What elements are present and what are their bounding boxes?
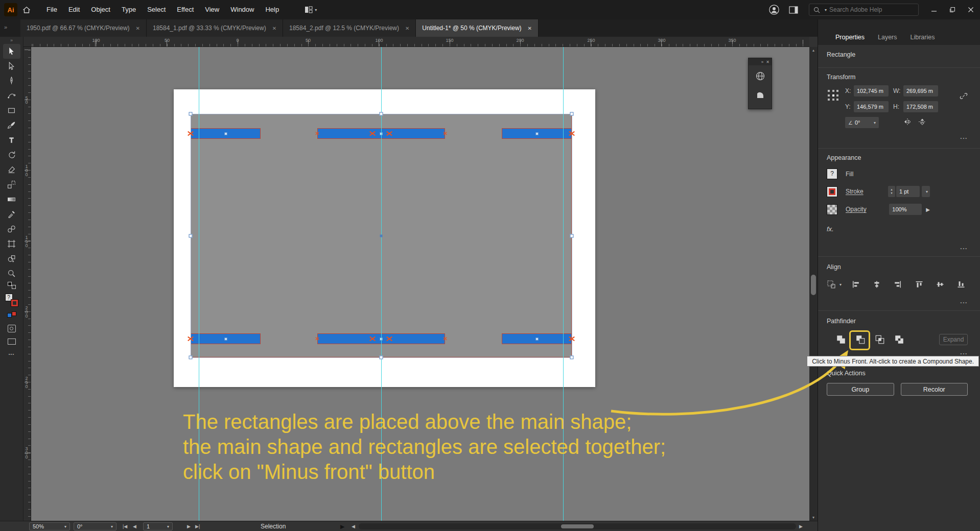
- selection-handle[interactable]: [570, 112, 574, 116]
- selection-center-point[interactable]: [380, 235, 383, 237]
- artwork-rectangle[interactable]: [502, 128, 572, 139]
- screen-mode-icon[interactable]: [8, 339, 16, 345]
- menu-item[interactable]: Object: [85, 0, 116, 19]
- last-artboard-icon[interactable]: ▶|: [195, 522, 200, 530]
- canvas[interactable]: » ✕ The rectangles are placed above the …: [31, 47, 809, 521]
- stroke-weight-dropdown[interactable]: ▾: [922, 186, 930, 197]
- artboard-number-field[interactable]: 1 ▾: [143, 522, 173, 530]
- tab-close-icon[interactable]: ✕: [528, 26, 532, 31]
- document-tab[interactable]: 1950.pdf @ 66.67 % (CMYK/Preview) ✕: [20, 19, 147, 37]
- menu-item[interactable]: File: [41, 0, 63, 19]
- panel-collapse-icon[interactable]: »: [761, 60, 763, 64]
- stepper-down-icon[interactable]: ▾: [891, 191, 892, 195]
- previous-artboard-icon[interactable]: ◀: [133, 522, 136, 530]
- stroke-weight-field[interactable]: 1 pt: [896, 186, 920, 197]
- stroke-swatch[interactable]: [827, 186, 837, 197]
- toolbar-grip[interactable]: »: [10, 37, 13, 44]
- user-account-icon[interactable]: [764, 0, 784, 19]
- menu-item[interactable]: Select: [142, 0, 171, 19]
- shape-builder-tool[interactable]: [3, 251, 20, 266]
- scale-tool[interactable]: [3, 177, 20, 192]
- tab-properties[interactable]: Properties: [835, 34, 865, 41]
- zoom-tool[interactable]: [3, 266, 20, 281]
- width-field[interactable]: 269,695 m: [903, 85, 938, 96]
- constrain-proportions-icon[interactable]: [960, 92, 968, 102]
- search-input[interactable]: [829, 6, 914, 13]
- align-center-horizontal-icon[interactable]: [870, 278, 883, 291]
- zoom-level-select[interactable]: 50% ▾: [29, 522, 70, 530]
- align-left-icon[interactable]: [849, 278, 862, 291]
- arrange-documents-icon[interactable]: ▾: [300, 0, 321, 19]
- opacity-options-icon[interactable]: ▶: [926, 207, 930, 212]
- rectangle-tool[interactable]: [3, 103, 20, 118]
- exclude-icon[interactable]: [892, 332, 906, 347]
- selection-handle[interactable]: [570, 356, 574, 359]
- opacity-field[interactable]: 100%: [889, 204, 922, 215]
- opacity-icon[interactable]: [827, 204, 837, 215]
- effects-button[interactable]: fx.: [827, 225, 968, 233]
- flip-horizontal-icon[interactable]: [903, 118, 912, 127]
- status-popup-icon[interactable]: ▶: [340, 522, 344, 530]
- paintbrush-tool[interactable]: [3, 118, 20, 133]
- eyedropper-tool[interactable]: [3, 207, 20, 222]
- color-none-swatches[interactable]: [7, 311, 16, 319]
- stepper-up-icon[interactable]: ▴: [891, 188, 892, 191]
- toolbar-collapse-icon[interactable]: »: [4, 24, 7, 30]
- more-options-icon[interactable]: •••: [961, 351, 968, 356]
- tab-close-icon[interactable]: ✕: [136, 26, 140, 31]
- x-field[interactable]: 102,745 m: [854, 85, 889, 96]
- first-artboard-icon[interactable]: |◀: [123, 522, 127, 530]
- default-fill-stroke-icon[interactable]: [8, 282, 16, 289]
- edit-toolbar-icon[interactable]: •••: [9, 352, 14, 356]
- selection-handle[interactable]: [189, 234, 193, 238]
- flip-vertical-icon[interactable]: [918, 118, 926, 127]
- rotation-angle-select[interactable]: ∠ 0° ▾: [845, 117, 879, 128]
- artwork-rectangle[interactable]: [502, 333, 572, 344]
- direct-selection-tool[interactable]: [3, 59, 20, 74]
- scroll-left-icon[interactable]: ◀: [352, 522, 355, 530]
- artwork-rectangle[interactable]: [191, 333, 261, 344]
- maximize-button[interactable]: [943, 0, 962, 19]
- tab-close-icon[interactable]: ✕: [405, 26, 409, 31]
- tab-layers[interactable]: Layers: [878, 34, 897, 41]
- fill-stroke-indicator[interactable]: ?: [5, 293, 19, 307]
- eraser-tool[interactable]: [3, 162, 20, 177]
- shape-icon[interactable]: [752, 87, 768, 103]
- artwork-rectangle[interactable]: [191, 128, 261, 139]
- selection-handle[interactable]: [189, 356, 193, 359]
- align-middle-vertical-icon[interactable]: [934, 278, 947, 291]
- globe-icon[interactable]: [752, 68, 768, 84]
- more-options-icon[interactable]: •••: [961, 246, 968, 251]
- menu-item[interactable]: View: [199, 0, 225, 19]
- vertical-scrollbar-thumb[interactable]: [811, 275, 816, 295]
- horizontal-scrollbar[interactable]: [359, 523, 796, 529]
- opacity-label[interactable]: Opacity: [846, 206, 867, 213]
- horizontal-scrollbar-thumb[interactable]: [561, 524, 594, 528]
- curvature-tool[interactable]: [3, 88, 20, 103]
- document-tab[interactable]: 18584_1.pdf @ 33.33 % (CMYK/Preview) ✕: [147, 19, 283, 37]
- vertical-ruler[interactable]: 50100150200250300: [24, 47, 31, 521]
- group-button[interactable]: Group: [827, 383, 894, 396]
- intersect-icon[interactable]: [873, 332, 887, 347]
- align-bottom-icon[interactable]: [954, 278, 968, 291]
- document-tab[interactable]: 18584_2.pdf @ 12.5 % (CMYK/Preview) ✕: [283, 19, 416, 37]
- reference-point-icon[interactable]: [827, 89, 840, 102]
- menu-item[interactable]: Type: [116, 0, 142, 19]
- align-to-selector[interactable]: ▾: [827, 280, 842, 289]
- height-field[interactable]: 172,508 m: [903, 101, 938, 112]
- recolor-button[interactable]: Recolor: [901, 383, 968, 396]
- scroll-down-icon[interactable]: ▾: [809, 515, 818, 520]
- selection-handle[interactable]: [189, 112, 193, 116]
- artboard-tool[interactable]: [3, 236, 20, 251]
- scroll-up-icon[interactable]: ▴: [809, 48, 818, 53]
- more-options-icon[interactable]: •••: [961, 136, 968, 140]
- menu-item[interactable]: Help: [260, 0, 285, 19]
- tab-libraries[interactable]: Libraries: [911, 34, 935, 41]
- panel-close-icon[interactable]: ✕: [766, 60, 769, 64]
- blend-tool[interactable]: [3, 222, 20, 236]
- stroke-weight-stepper[interactable]: ▴ ▾: [888, 186, 895, 197]
- stroke-swatch-red[interactable]: [11, 299, 18, 307]
- horizontal-ruler[interactable]: 10050050100150200250300350: [31, 37, 809, 47]
- scroll-right-icon[interactable]: ▶: [799, 522, 803, 530]
- selection-tool[interactable]: [3, 44, 20, 59]
